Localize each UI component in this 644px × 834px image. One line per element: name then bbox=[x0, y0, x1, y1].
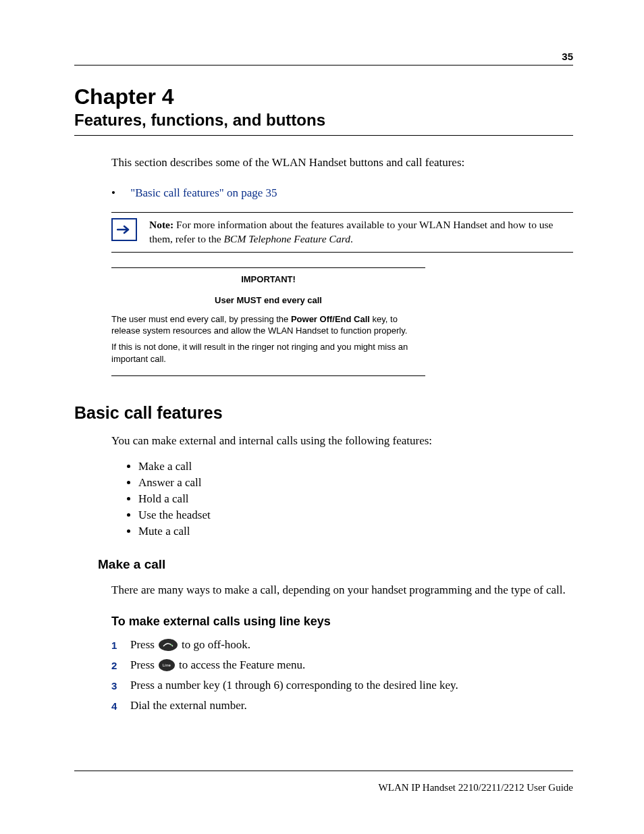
section-title: Basic call features bbox=[74, 403, 573, 423]
step-text-b: to access the Feature menu. bbox=[179, 658, 305, 672]
step-text: Dial the external number. bbox=[130, 699, 247, 712]
step-number: 1 bbox=[111, 640, 130, 651]
arrow-icon bbox=[111, 218, 137, 241]
chapter-subtitle: Features, functions, and buttons bbox=[74, 111, 573, 130]
important-p2: If this is not done, it will result in t… bbox=[111, 341, 425, 365]
step-text-a: Press bbox=[130, 658, 155, 672]
line-key-icon: Line bbox=[159, 659, 175, 671]
section-intro: You can make external and internal calls… bbox=[111, 434, 573, 448]
note-label: Note: bbox=[149, 219, 173, 230]
step-text: Press a number key (1 through 6) corresp… bbox=[130, 679, 458, 692]
imp-p1a: The user must end every call, by pressin… bbox=[111, 314, 291, 324]
step-text-a: Press bbox=[130, 638, 155, 652]
chapter-title: Chapter 4 bbox=[74, 84, 573, 109]
step-text-b: to go off-hook. bbox=[182, 638, 250, 652]
xref-bullet: • "Basic call features" on page 35 bbox=[111, 186, 573, 200]
note-box: Note: For more information about the fea… bbox=[111, 212, 573, 253]
subsection-title: Make a call bbox=[98, 557, 573, 572]
step-item: 1 Press to go off-hook. bbox=[111, 638, 573, 652]
page-footer: WLAN IP Handset 2210/2211/2212 User Guid… bbox=[74, 771, 573, 793]
step-item: 4 Dial the external number. bbox=[111, 699, 573, 712]
important-title: IMPORTANT! bbox=[111, 273, 425, 286]
bullet-dot: • bbox=[111, 186, 115, 199]
imp-p1b: Power Off/End Call bbox=[291, 314, 370, 324]
header-rule bbox=[74, 65, 573, 66]
important-block: IMPORTANT! User MUST end every call The … bbox=[111, 267, 425, 376]
note-tail: . bbox=[350, 233, 353, 244]
step-item: 3 Press a number key (1 through 6) corre… bbox=[111, 679, 573, 692]
important-subtitle: User MUST end every call bbox=[111, 294, 425, 307]
step-number: 2 bbox=[111, 660, 130, 671]
important-p1: The user must end every call, by pressin… bbox=[111, 313, 425, 337]
note-emph: BCM Telephone Feature Card bbox=[224, 233, 350, 244]
list-item: Hold a call bbox=[138, 492, 573, 506]
document-page: 35 Chapter 4 Features, functions, and bu… bbox=[0, 0, 644, 834]
step-number: 3 bbox=[111, 680, 130, 692]
list-item: Mute a call bbox=[138, 525, 573, 538]
feature-list: Make a call Answer a call Hold a call Us… bbox=[111, 460, 573, 538]
steps-heading: To make external calls using line keys bbox=[111, 615, 573, 629]
list-item: Make a call bbox=[138, 460, 573, 473]
list-item: Use the headset bbox=[138, 509, 573, 522]
footer-rule bbox=[74, 771, 573, 771]
steps-list: 1 Press to go off-hook. 2 Press Line to … bbox=[111, 638, 573, 712]
footer-text: WLAN IP Handset 2210/2211/2212 User Guid… bbox=[74, 782, 573, 793]
note-text: Note: For more information about the fea… bbox=[149, 218, 573, 246]
step-item: 2 Press Line to access the Feature menu. bbox=[111, 658, 573, 672]
svg-point-0 bbox=[171, 644, 172, 646]
page-number: 35 bbox=[74, 51, 573, 62]
xref-link[interactable]: "Basic call features" on page 35 bbox=[130, 186, 277, 199]
step-number: 4 bbox=[111, 700, 130, 712]
list-item: Answer a call bbox=[138, 476, 573, 490]
title-rule bbox=[74, 135, 573, 136]
subsection-intro: There are many ways to make a call, depe… bbox=[111, 583, 573, 597]
offhook-key-icon bbox=[159, 639, 178, 651]
intro-text: This section describes some of the WLAN … bbox=[111, 156, 573, 170]
